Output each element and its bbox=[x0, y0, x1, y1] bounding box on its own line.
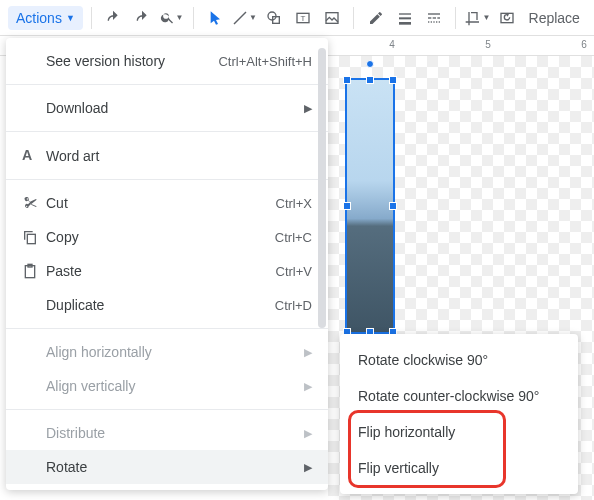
svg-rect-7 bbox=[399, 22, 411, 25]
line-tool-icon[interactable]: ▼ bbox=[231, 4, 258, 32]
svg-rect-19 bbox=[27, 234, 35, 243]
submenu-item-rotate-ccw[interactable]: Rotate counter-clockwise 90° bbox=[340, 378, 578, 414]
rotate-submenu: Rotate clockwise 90° Rotate counter-cloc… bbox=[340, 334, 578, 494]
image-tool-icon[interactable] bbox=[318, 4, 345, 32]
shortcut-label: Ctrl+C bbox=[275, 230, 312, 245]
submenu-arrow-icon: ▶ bbox=[304, 346, 312, 359]
clipboard-icon bbox=[22, 263, 46, 279]
menu-separator bbox=[6, 328, 328, 329]
word-art-icon: A bbox=[22, 147, 46, 164]
actions-label: Actions bbox=[16, 10, 62, 26]
svg-rect-6 bbox=[399, 17, 411, 19]
menu-label: Distribute bbox=[46, 425, 304, 441]
svg-rect-12 bbox=[428, 21, 429, 22]
undo-icon[interactable] bbox=[100, 4, 127, 32]
menu-item-cut[interactable]: Cut Ctrl+X bbox=[6, 186, 328, 220]
menu-item-version-history[interactable]: See version history Ctrl+Alt+Shift+H bbox=[6, 44, 328, 78]
submenu-arrow-icon: ▶ bbox=[304, 380, 312, 393]
caret-down-icon: ▼ bbox=[482, 13, 490, 22]
reset-image-icon[interactable] bbox=[493, 4, 520, 32]
menu-label: Rotate bbox=[46, 459, 304, 475]
ruler-tick: 5 bbox=[485, 39, 491, 50]
svg-rect-15 bbox=[436, 21, 437, 22]
caret-down-icon: ▼ bbox=[176, 13, 184, 22]
ruler-tick: 6 bbox=[581, 39, 587, 50]
resize-handle[interactable] bbox=[389, 202, 397, 210]
zoom-icon[interactable]: ▼ bbox=[158, 4, 185, 32]
textbox-tool-icon[interactable]: T bbox=[289, 4, 316, 32]
submenu-item-flip-horizontally[interactable]: Flip horizontally bbox=[340, 414, 578, 450]
ruler-tick: 4 bbox=[389, 39, 395, 50]
submenu-arrow-icon: ▶ bbox=[304, 427, 312, 440]
menu-separator bbox=[6, 179, 328, 180]
resize-handle[interactable] bbox=[343, 202, 351, 210]
crop-icon[interactable]: ▼ bbox=[464, 4, 491, 32]
caret-down-icon: ▼ bbox=[249, 13, 257, 22]
menu-item-align-vertically: Align vertically ▶ bbox=[6, 369, 328, 403]
menu-label: Duplicate bbox=[46, 297, 275, 313]
line-weight-icon[interactable] bbox=[391, 4, 418, 32]
menu-label: Copy bbox=[46, 229, 275, 245]
resize-handle[interactable] bbox=[343, 76, 351, 84]
menu-label: Paste bbox=[46, 263, 276, 279]
caret-down-icon: ▼ bbox=[66, 13, 75, 23]
menu-separator bbox=[6, 131, 328, 132]
menu-item-duplicate[interactable]: Duplicate Ctrl+D bbox=[6, 288, 328, 322]
svg-rect-5 bbox=[399, 13, 411, 14]
menu-label: Align horizontally bbox=[46, 344, 304, 360]
menu-label: Download bbox=[46, 100, 304, 116]
menu-item-download[interactable]: Download ▶ bbox=[6, 91, 328, 125]
submenu-item-flip-vertically[interactable]: Flip vertically bbox=[340, 450, 578, 486]
svg-rect-14 bbox=[433, 21, 434, 22]
menu-separator bbox=[6, 84, 328, 85]
line-style-icon[interactable] bbox=[420, 4, 447, 32]
resize-handle[interactable] bbox=[366, 76, 374, 84]
menu-label: Cut bbox=[46, 195, 276, 211]
submenu-item-rotate-cw[interactable]: Rotate clockwise 90° bbox=[340, 342, 578, 378]
actions-menu: See version history Ctrl+Alt+Shift+H Dow… bbox=[6, 38, 328, 490]
svg-rect-13 bbox=[431, 21, 432, 22]
menu-item-word-art[interactable]: A Word art bbox=[6, 138, 328, 173]
scissors-icon bbox=[22, 195, 46, 211]
shortcut-label: Ctrl+X bbox=[276, 196, 312, 211]
shortcut-label: Ctrl+Alt+Shift+H bbox=[218, 54, 312, 69]
selected-image[interactable] bbox=[345, 78, 395, 334]
menu-separator bbox=[6, 409, 328, 410]
svg-rect-9 bbox=[428, 17, 431, 18]
replace-image-button[interactable]: Replace bbox=[523, 10, 586, 26]
svg-text:A: A bbox=[22, 147, 32, 163]
separator bbox=[455, 7, 456, 29]
menu-item-distribute: Distribute ▶ bbox=[6, 416, 328, 450]
submenu-arrow-icon: ▶ bbox=[304, 102, 312, 115]
separator bbox=[193, 7, 194, 29]
resize-handle[interactable] bbox=[389, 76, 397, 84]
svg-rect-8 bbox=[428, 13, 440, 14]
submenu-arrow-icon: ▶ bbox=[304, 461, 312, 474]
separator bbox=[91, 7, 92, 29]
shortcut-label: Ctrl+V bbox=[276, 264, 312, 279]
svg-rect-16 bbox=[439, 21, 440, 22]
toolbar: Actions ▼ ▼ ▼ T ▼ Replace bbox=[0, 0, 594, 36]
shape-tool-icon[interactable] bbox=[260, 4, 287, 32]
menu-item-paste[interactable]: Paste Ctrl+V bbox=[6, 254, 328, 288]
menu-item-copy[interactable]: Copy Ctrl+C bbox=[6, 220, 328, 254]
redo-icon[interactable] bbox=[129, 4, 156, 32]
menu-label: Word art bbox=[46, 148, 312, 164]
menu-item-align-horizontally: Align horizontally ▶ bbox=[6, 335, 328, 369]
svg-rect-11 bbox=[437, 17, 440, 18]
copy-icon bbox=[22, 229, 46, 245]
pen-icon[interactable] bbox=[362, 4, 389, 32]
menu-item-rotate[interactable]: Rotate ▶ bbox=[6, 450, 328, 484]
menu-label: See version history bbox=[46, 53, 218, 69]
svg-rect-10 bbox=[433, 17, 436, 18]
select-tool-icon[interactable] bbox=[202, 4, 229, 32]
svg-text:T: T bbox=[300, 14, 305, 23]
shortcut-label: Ctrl+D bbox=[275, 298, 312, 313]
menu-label: Align vertically bbox=[46, 378, 304, 394]
scrollbar[interactable] bbox=[318, 48, 326, 328]
actions-button[interactable]: Actions ▼ bbox=[8, 6, 83, 30]
rotate-handle[interactable] bbox=[366, 60, 374, 68]
separator bbox=[353, 7, 354, 29]
